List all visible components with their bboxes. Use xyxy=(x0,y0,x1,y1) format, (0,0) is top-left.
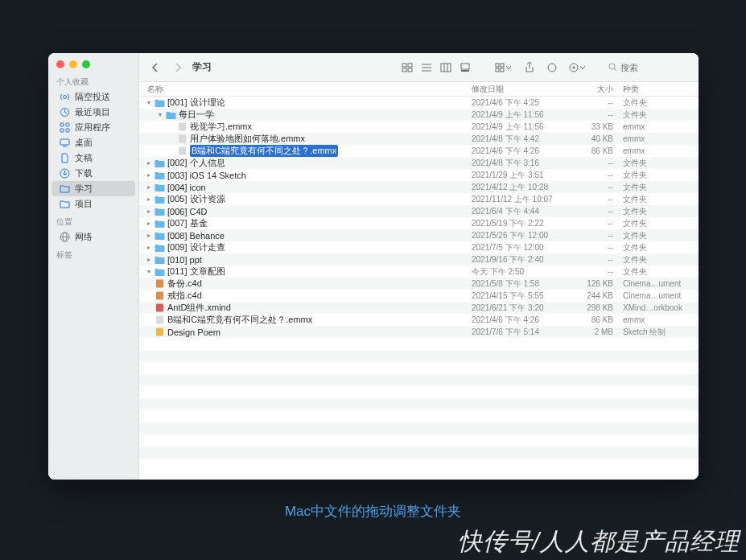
table-row[interactable]: ▸[006] C4D2021/6/4 下午 4:44--文件夹 xyxy=(139,205,699,217)
table-row[interactable]: ▸[010] ppt2021/9/16 下午 2:40--文件夹 xyxy=(139,253,699,266)
table-row[interactable] xyxy=(139,434,699,447)
file-size: -- xyxy=(573,243,618,252)
view-column-button[interactable] xyxy=(436,59,455,76)
table-row[interactable]: 用户体验地图如何落地.emmx2021/4/8 下午 4:4240 KBemmx xyxy=(139,133,699,145)
file-size: -- xyxy=(573,207,618,216)
tag-button[interactable] xyxy=(542,59,562,76)
folder-icon xyxy=(155,159,165,167)
file-icon xyxy=(155,315,165,324)
table-row[interactable]: ▾[011] 文章配图今天 下午 2:50--文件夹 xyxy=(139,266,699,278)
file-icon xyxy=(155,279,165,288)
file-icon xyxy=(155,291,165,300)
disclosure-triangle-icon[interactable]: ▾ xyxy=(146,268,152,275)
disclosure-triangle-icon[interactable]: ▸ xyxy=(146,171,152,179)
file-list[interactable]: ▾[001] 设计理论2021/4/6 下午 4:25--文件夹▾每日一学202… xyxy=(139,97,699,480)
forward-button[interactable] xyxy=(168,59,188,76)
table-row[interactable] xyxy=(139,362,699,374)
table-row[interactable]: ▾[001] 设计理论2021/4/6 下午 4:25--文件夹 xyxy=(139,97,699,109)
action-menu-button[interactable] xyxy=(565,59,589,76)
table-row[interactable] xyxy=(139,386,699,398)
sidebar-item[interactable]: 最近项目 xyxy=(52,105,135,120)
header-date[interactable]: 修改日期 xyxy=(472,84,573,95)
file-name: [002] 个人信息 xyxy=(167,157,225,169)
file-size: -- xyxy=(573,255,618,264)
table-row[interactable]: ▸[004] icon2021/4/12 上午 10:28--文件夹 xyxy=(139,181,699,193)
sidebar-item[interactable]: 下载 xyxy=(52,166,135,181)
disclosure-triangle-icon[interactable]: ▸ xyxy=(146,208,152,215)
table-row[interactable] xyxy=(139,422,699,434)
table-row[interactable] xyxy=(139,459,699,471)
file-date: 2021/6/4 下午 4:44 xyxy=(472,206,573,217)
file-name: 备份.c4d xyxy=(167,278,202,290)
minimize-button[interactable] xyxy=(69,60,77,68)
sidebar-item[interactable]: 网络 xyxy=(52,229,135,245)
close-button[interactable] xyxy=(56,60,64,68)
svg-rect-36 xyxy=(156,292,163,300)
table-row[interactable]: ▸[005] 设计资源2021/11/12 上午 10:07--文件夹 xyxy=(139,193,699,205)
table-row[interactable] xyxy=(139,410,699,422)
sidebar-item[interactable]: 学习 xyxy=(52,181,135,196)
disclosure-triangle-icon[interactable]: ▸ xyxy=(146,196,152,203)
table-row[interactable] xyxy=(139,374,699,386)
header-size[interactable]: 大小 xyxy=(573,84,618,95)
share-button[interactable] xyxy=(520,59,539,76)
search-input[interactable] xyxy=(620,63,685,72)
table-row[interactable]: ▸[003] iOS 14 Sketch2021/1/29 上午 3:51--文… xyxy=(139,169,699,181)
table-row[interactable]: B端和C端究竟有何不同之处？.emmx2021/4/6 下午 4:2686 KB… xyxy=(139,314,699,326)
file-name: [007] 基金 xyxy=(167,217,208,229)
header-name[interactable]: 名称 xyxy=(139,84,472,95)
sidebar-item[interactable]: 文稿 xyxy=(52,150,135,166)
table-row[interactable]: ▸[008] Behance2021/5/26 下午 12:00--文件夹 xyxy=(139,229,699,241)
table-row[interactable]: ▾每日一学2021/4/9 上午 11:56--文件夹 xyxy=(139,109,699,121)
header-kind[interactable]: 种类 xyxy=(618,84,699,95)
doc-icon xyxy=(60,153,70,163)
table-row[interactable]: ▸[007] 基金2021/5/19 下午 2:22--文件夹 xyxy=(139,217,699,229)
clock-icon xyxy=(60,107,70,117)
file-size: -- xyxy=(573,231,618,240)
file-name: 用户体验地图如何落地.emmx xyxy=(190,133,305,145)
file-name: Design Poem xyxy=(167,327,221,337)
disclosure-triangle-icon[interactable]: ▸ xyxy=(146,159,152,167)
file-kind: 文件夹 xyxy=(618,218,699,229)
file-date: 2021/5/19 下午 2:22 xyxy=(472,218,573,229)
view-icon-button[interactable] xyxy=(398,59,417,76)
group-menu-button[interactable] xyxy=(489,59,517,76)
disclosure-triangle-icon[interactable]: ▸ xyxy=(146,244,152,251)
back-button[interactable] xyxy=(146,59,165,76)
table-row[interactable] xyxy=(139,350,699,362)
sidebar-item-label: 下载 xyxy=(75,167,93,179)
disclosure-triangle-icon[interactable]: ▸ xyxy=(146,232,152,239)
table-row[interactable]: AntD组件.xmind2021/6/21 下午 3:20298 KBXMind… xyxy=(139,302,699,314)
sidebar-item[interactable]: 项目 xyxy=(52,196,135,212)
disclosure-triangle-icon[interactable]: ▾ xyxy=(157,111,163,118)
file-name: 戒指.c4d xyxy=(167,290,202,302)
disclosure-triangle-icon[interactable]: ▸ xyxy=(146,256,152,263)
table-row[interactable]: ▸[009] 设计走查2021/7/5 下午 12:00--文件夹 xyxy=(139,241,699,253)
file-date: 2021/4/8 下午 4:42 xyxy=(472,134,573,145)
table-row[interactable]: 戒指.c4d2021/4/15 下午 5:55244 KBCinema…umen… xyxy=(139,290,699,302)
disclosure-triangle-icon[interactable]: ▾ xyxy=(146,99,152,106)
table-row[interactable]: Design Poem2021/7/6 下午 5:142 MBSketch 绘制 xyxy=(139,326,699,338)
disclosure-triangle-icon[interactable]: ▸ xyxy=(146,220,152,227)
table-row[interactable]: 备份.c4d2021/5/8 下午 1:58126 KBCinema…ument xyxy=(139,278,699,290)
file-date: 2021/4/8 下午 3:16 xyxy=(472,158,573,169)
view-list-button[interactable] xyxy=(417,59,436,76)
table-row[interactable]: 视觉学习.emmx2021/4/9 上午 11:5633 KBemmx xyxy=(139,121,699,133)
traffic-lights xyxy=(48,53,138,72)
view-gallery-button[interactable] xyxy=(455,59,475,76)
sidebar-item[interactable]: 隔空投送 xyxy=(52,89,135,105)
file-size: 298 KB xyxy=(573,303,618,312)
table-row[interactable] xyxy=(139,447,699,459)
sidebar-item[interactable]: 应用程序 xyxy=(52,120,135,135)
file-name[interactable]: B端和C端究竟有何不同之处？.emmx xyxy=(190,145,338,157)
table-row[interactable]: B端和C端究竟有何不同之处？.emmx2021/4/6 下午 4:2686 KB… xyxy=(139,145,699,157)
search-field[interactable] xyxy=(604,60,692,76)
maximize-button[interactable] xyxy=(82,60,90,68)
file-date: 2021/4/15 下午 5:55 xyxy=(472,290,573,302)
table-row[interactable] xyxy=(139,398,699,410)
table-row[interactable] xyxy=(139,338,699,350)
disclosure-triangle-icon[interactable]: ▸ xyxy=(146,183,152,191)
sidebar-item[interactable]: 桌面 xyxy=(52,135,135,150)
table-row[interactable]: ▸[002] 个人信息2021/4/8 下午 3:16--文件夹 xyxy=(139,157,699,169)
file-date: 2021/6/21 下午 3:20 xyxy=(472,303,573,314)
